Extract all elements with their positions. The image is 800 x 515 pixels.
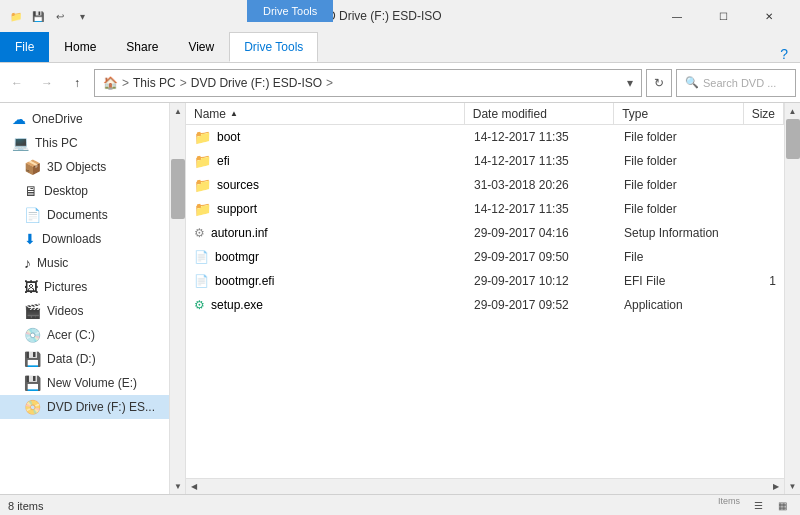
table-row[interactable]: ⚙ autorun.inf 29-09-2017 04:16 Setup Inf… — [186, 221, 784, 245]
sidebar-scroll-thumb[interactable] — [171, 159, 185, 219]
sidebar-item-label: 3D Objects — [47, 160, 106, 174]
file-list: 📁 boot 14-12-2017 11:35 File folder 📁 ef… — [186, 125, 784, 478]
back-button[interactable]: ← — [4, 70, 30, 96]
file-date-autorun: 29-09-2017 04:16 — [466, 224, 616, 242]
sidebar-item-data-d[interactable]: 💾 Data (D:) — [0, 347, 169, 371]
tab-home[interactable]: Home — [49, 32, 111, 62]
title-bar-quick-access: 📁 💾 ↩ ▾ — [8, 8, 90, 24]
path-dvd-drive[interactable]: DVD Drive (F:) ESD-ISO — [191, 76, 322, 90]
sidebar-scroll-up-btn[interactable]: ▲ — [170, 103, 186, 119]
col-header-type[interactable]: Type — [614, 103, 743, 124]
col-header-date[interactable]: Date modified — [465, 103, 614, 124]
quick-access-icon-1[interactable]: 📁 — [8, 8, 24, 24]
sidebar-item-label: Data (D:) — [47, 352, 96, 366]
horizontal-scrollbar[interactable]: ◀ ▶ — [186, 478, 784, 494]
view-details-btn[interactable]: ▦ — [772, 496, 792, 516]
file-name-boot: 📁 boot — [186, 127, 466, 147]
sidebar-item-label: Videos — [47, 304, 83, 318]
quick-access-save-icon[interactable]: 💾 — [30, 8, 46, 24]
address-path[interactable]: 🏠 > This PC > DVD Drive (F:) ESD-ISO > ▾ — [94, 69, 642, 97]
sidebar-item-dvd-f[interactable]: 📀 DVD Drive (F:) ES... — [0, 395, 169, 419]
music-icon: ♪ — [24, 255, 31, 271]
hscroll-left-btn[interactable]: ◀ — [186, 479, 202, 495]
window-title: DVD Drive (F:) ESD-ISO — [98, 9, 654, 23]
efi-file-icon: 📄 — [194, 274, 209, 288]
sidebar-item-downloads[interactable]: ⬇ Downloads — [0, 227, 169, 251]
autorun-icon: ⚙ — [194, 226, 205, 240]
file-name-autorun: ⚙ autorun.inf — [186, 224, 466, 242]
sidebar-item-thispc[interactable]: 💻 This PC — [0, 131, 169, 155]
col-header-size[interactable]: Size — [744, 103, 784, 124]
address-chevron-icon[interactable]: ▾ — [627, 76, 633, 90]
vscroll-up-btn[interactable]: ▲ — [785, 103, 801, 119]
sidebar-item-acer-c[interactable]: 💿 Acer (C:) — [0, 323, 169, 347]
sidebar-item-label: This PC — [35, 136, 78, 150]
forward-button[interactable]: → — [34, 70, 60, 96]
minimize-button[interactable]: — — [654, 0, 700, 32]
folder-icon: 📁 — [194, 177, 211, 193]
sidebar-container: ☁ OneDrive 💻 This PC 📦 3D Objects 🖥 Desk… — [0, 103, 186, 494]
quick-access-dropdown-icon[interactable]: ▾ — [74, 8, 90, 24]
file-list-scrollbar[interactable]: ▲ ▼ — [784, 103, 800, 494]
file-name-bootmgr-efi: 📄 bootmgr.efi — [186, 272, 466, 290]
drive-d-icon: 💾 — [24, 351, 41, 367]
table-row[interactable]: 📁 support 14-12-2017 11:35 File folder — [186, 197, 784, 221]
close-button[interactable]: ✕ — [746, 0, 792, 32]
vscroll-thumb[interactable] — [786, 119, 800, 159]
sidebar-item-music[interactable]: ♪ Music — [0, 251, 169, 275]
sidebar-item-3dobjects[interactable]: 📦 3D Objects — [0, 155, 169, 179]
documents-icon: 📄 — [24, 207, 41, 223]
table-row[interactable]: 📄 bootmgr 29-09-2017 09:50 File — [186, 245, 784, 269]
tab-view[interactable]: View — [173, 32, 229, 62]
path-this-pc[interactable]: This PC — [133, 76, 176, 90]
table-row[interactable]: 📁 efi 14-12-2017 11:35 File folder — [186, 149, 784, 173]
sidebar-scrollbar[interactable]: ▲ ▼ — [170, 103, 186, 494]
view-list-btn[interactable]: ☰ — [748, 496, 768, 516]
sidebar-item-label: DVD Drive (F:) ES... — [47, 400, 155, 414]
sidebar-item-label: Documents — [47, 208, 108, 222]
file-type-bootmgr-efi: EFI File — [616, 272, 746, 290]
pictures-icon: 🖼 — [24, 279, 38, 295]
sidebar-item-onedrive[interactable]: ☁ OneDrive — [0, 107, 169, 131]
file-type-autorun: Setup Information — [616, 224, 746, 242]
sidebar-item-label: OneDrive — [32, 112, 83, 126]
tab-share[interactable]: Share — [111, 32, 173, 62]
path-home-icon: 🏠 — [103, 76, 118, 90]
dvd-drive-icon: 📀 — [24, 399, 41, 415]
tab-drive-tools[interactable]: Drive Tools — [229, 32, 318, 62]
sidebar-item-newvolume-e[interactable]: 💾 New Volume (E:) — [0, 371, 169, 395]
sort-arrow-icon: ▲ — [230, 109, 238, 118]
main-area: ☁ OneDrive 💻 This PC 📦 3D Objects 🖥 Desk… — [0, 103, 800, 494]
file-size-boot — [746, 135, 784, 139]
col-header-name[interactable]: Name ▲ — [186, 103, 465, 124]
sidebar: ☁ OneDrive 💻 This PC 📦 3D Objects 🖥 Desk… — [0, 103, 170, 494]
table-row[interactable]: 📄 bootmgr.efi 29-09-2017 10:12 EFI File … — [186, 269, 784, 293]
onedrive-icon: ☁ — [12, 111, 26, 127]
table-row[interactable]: 📁 sources 31-03-2018 20:26 File folder — [186, 173, 784, 197]
sidebar-item-documents[interactable]: 📄 Documents — [0, 203, 169, 227]
file-size-efi — [746, 159, 784, 163]
sidebar-item-label: New Volume (E:) — [47, 376, 137, 390]
quick-access-undo-icon[interactable]: ↩ — [52, 8, 68, 24]
table-row[interactable]: 📁 boot 14-12-2017 11:35 File folder — [186, 125, 784, 149]
up-button[interactable]: ↑ — [64, 70, 90, 96]
table-row[interactable]: ⚙ setup.exe 29-09-2017 09:52 Application — [186, 293, 784, 317]
file-name-support: 📁 support — [186, 199, 466, 219]
file-type-bootmgr: File — [616, 248, 746, 266]
search-box[interactable]: 🔍 Search DVD ... — [676, 69, 796, 97]
vscroll-down-btn[interactable]: ▼ — [785, 478, 801, 494]
maximize-button[interactable]: ☐ — [700, 0, 746, 32]
sidebar-scroll-down-btn[interactable]: ▼ — [170, 478, 186, 494]
file-date-efi: 14-12-2017 11:35 — [466, 152, 616, 170]
refresh-button[interactable]: ↻ — [646, 69, 672, 97]
file-icon: 📄 — [194, 250, 209, 264]
sidebar-item-videos[interactable]: 🎬 Videos — [0, 299, 169, 323]
file-date-boot: 14-12-2017 11:35 — [466, 128, 616, 146]
file-type-setup: Application — [616, 296, 746, 314]
hscroll-right-btn[interactable]: ▶ — [768, 479, 784, 495]
help-icon[interactable]: ? — [780, 46, 788, 62]
search-icon: 🔍 — [685, 76, 699, 89]
sidebar-item-pictures[interactable]: 🖼 Pictures — [0, 275, 169, 299]
sidebar-item-desktop[interactable]: 🖥 Desktop — [0, 179, 169, 203]
tab-file[interactable]: File — [0, 32, 49, 62]
